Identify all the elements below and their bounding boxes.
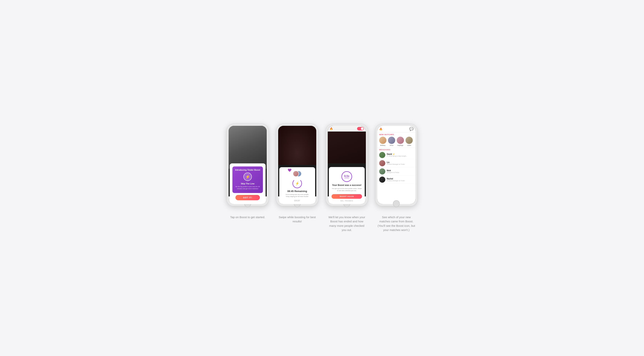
claire-avatar [406,137,413,144]
caption-4: See which of your new matches came from … [377,215,416,232]
phone2-bg [278,126,316,165]
match-claire[interactable]: Claire [406,137,413,146]
phone-column-1: 🔥 Introducing Tinder Boost ⚡ [227,124,268,220]
got-it-button[interactable]: GOT IT! [236,195,260,200]
phone-column-3: 🔥 8.5x VIEWS Your Boost was a success! Y… [326,124,368,232]
success-desc: You got up to 8.5x more profile views. S… [332,188,362,192]
phone4-home-button[interactable] [393,200,400,207]
boost-again-button[interactable]: BOOST AGAIN [332,194,362,199]
no-thanks-button[interactable]: NO, THANKS [332,200,362,202]
phone3-boost-toggle[interactable] [357,127,364,130]
nick-avatar [379,168,385,174]
views-circle: 8.5x VIEWS [342,171,352,182]
phone-4-screen: 🔥 💬 NEW MATCHES Brittany [377,126,416,204]
phone-1-screen: 🔥 Introducing Tinder Boost ⚡ [228,126,267,204]
caption-3: We'll let you know when your Boost has e… [328,215,366,232]
timer-lightning-icon: ⚡ [295,181,299,186]
boost-purple-card: Introducing Tinder Boost ⚡ Skip The Line… [232,166,263,193]
rachel-message-content: Rachel Product Manager at Tinder [387,178,414,182]
phone1-photo [228,126,267,169]
david-message-content: David ⚡ ↩ I'll be flying to Italy tonigh… [387,153,414,157]
phone-2-screen: 🔥 💜 [278,126,316,204]
boost-timer-circle: ⚡ [292,179,302,188]
boost-active-subtext: You're being seen by more people. Keep s… [282,193,312,198]
claire-name: Claire [407,144,411,146]
mini-avatar-1 [293,171,299,177]
liz-name: Liz [387,161,414,163]
boost-lightning-icon: ⚡ [245,174,250,179]
phone1-bg [228,126,267,169]
matches-chat-icon[interactable]: 💬 [409,127,414,131]
views-number: 8.5x [344,175,349,177]
phone-2-wrapper: 🔥 💜 [276,124,318,210]
matches-avatars-row: Brittany Erica Kayleigh [377,136,416,148]
david-avatar [379,152,385,158]
phone3-top-bar: 🔥 [328,126,366,131]
boost-intro-title: Introducing Tinder Boost [234,169,261,171]
match-brittany[interactable]: Brittany [379,137,386,146]
match-erica[interactable]: Erica [388,137,395,146]
message-liz[interactable]: Liz Product Manager at Tinder [377,159,416,167]
liz-message-content: Liz Product Manager at Tinder [387,161,414,165]
matches-top-bar: 🔥 💬 [377,126,416,132]
phone-4-wrapper: 🔥 💬 NEW MATCHES Brittany [376,124,417,210]
david-name: David ⚡ [387,153,414,155]
matches-screen: 🔥 💬 NEW MATCHES Brittany [377,126,416,204]
new-matches-label: NEW MATCHES [377,132,416,136]
rachel-name: Rachel [387,178,414,180]
main-scene: 🔥 Introducing Tinder Boost ⚡ [227,124,417,232]
rachel-avatar [379,176,385,183]
phone-3-wrapper: 🔥 8.5x VIEWS Your Boost was a success! Y… [326,124,368,210]
boost-description: Be the top profile in your area for 30 m… [234,186,261,190]
boost-success-modal: 8.5x VIEWS Your Boost was a success! You… [329,167,365,204]
boost-icon-circle: ⚡ [244,172,252,181]
caption-1: Tap on Boost to get started. [230,215,265,220]
phone-1: 🔥 Introducing Tinder Boost ⚡ [227,124,268,206]
brittany-avatar [379,137,386,144]
erica-avatar [388,137,395,144]
matches-flame-icon: 🔥 [379,127,382,131]
messages-label: MESSAGES [377,148,416,151]
phone-column-4: 🔥 💬 NEW MATCHES Brittany [376,124,417,232]
kayleigh-avatar [397,137,404,144]
erica-name: Erica [390,144,393,146]
success-title: Your Boost was a success! [332,184,362,187]
brittany-name: Brittany [380,144,385,146]
nick-name: Nick [387,169,414,171]
okay-button[interactable]: OKAY [282,200,312,202]
views-label: VIEWS [344,177,349,179]
liz-avatar [379,160,385,166]
nick-message-content: Nick Designer at Tinder [387,169,414,173]
phone-3-screen: 🔥 8.5x VIEWS Your Boost was a success! Y… [328,126,366,204]
message-nick[interactable]: Nick Designer at Tinder [377,167,416,175]
caption-2: Swipe while boosting for best results! [278,215,316,224]
boost-intro-modal: Introducing Tinder Boost ⚡ Skip The Line… [230,163,266,204]
message-rachel[interactable]: Rachel Product Manager at Tinder [377,175,416,184]
phone-4: 🔥 💬 NEW MATCHES Brittany [376,124,417,206]
boost-active-modal: 💜 ⚡ 08:45 Remaining You're being seen by… [279,167,315,204]
phone-3: 🔥 8.5x VIEWS Your Boost was a success! Y… [326,124,368,206]
phone-column-2: 🔥 💜 [276,124,318,224]
liz-subtitle: Product Manager at Tinder [387,163,414,165]
boost-skip-line: Skip The Line [234,183,261,185]
time-remaining: 08:45 Remaining [282,190,312,193]
phone-1-wrapper: 🔥 Introducing Tinder Boost ⚡ [227,124,268,210]
heart-float-icon: 💜 [288,168,292,172]
kayleigh-name: Kayleigh [398,144,404,146]
rachel-subtitle: Product Manager at Tinder [387,180,414,182]
david-boost-badge: ⚡ [392,153,395,155]
david-message-text: ↩ I'll be flying to Italy tonight... [387,155,414,157]
nick-subtitle: Designer at Tinder [387,171,414,173]
message-david[interactable]: David ⚡ ↩ I'll be flying to Italy tonigh… [377,151,416,159]
match-kayleigh[interactable]: Kayleigh [397,137,404,146]
phone3-flame-icon: 🔥 [330,127,333,130]
phone-2: 🔥 💜 [276,124,318,206]
